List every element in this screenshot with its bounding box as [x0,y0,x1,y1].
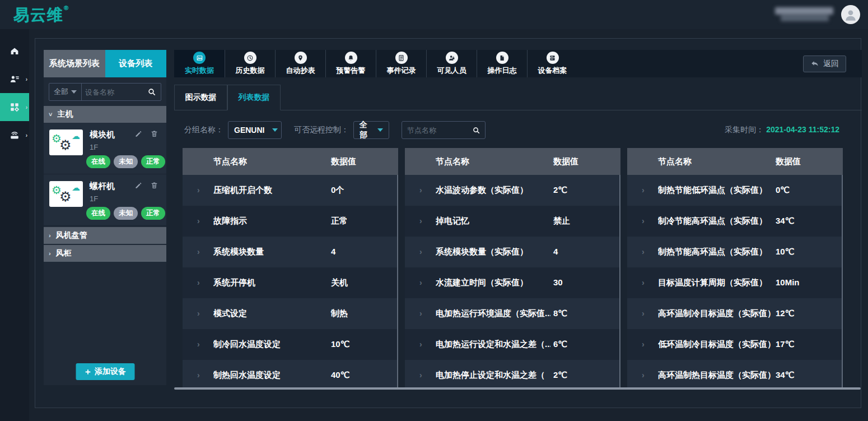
alarm-bell-icon [345,52,357,64]
event-record-icon [395,52,408,64]
group-name-select[interactable]: GENUNI [228,121,282,139]
device-card[interactable]: ⚙⚙☁螺杆机1F在线未知正常 [44,174,166,226]
content-container: 系统场景列表设备列表 全部 ˅主机⚙⚙☁模块机1F在线未知正常⚙⚙☁螺杆机1F在… [35,38,861,408]
table-row[interactable]: ›低环温制冷目标温度（实际值）17℃ [627,329,843,360]
sidebar-item-gateway[interactable]: › [0,121,29,149]
table-row[interactable]: ›电加热停止设定和水温之差（2℃ [405,360,620,387]
data-nav-tabs: 实时数据历史数据自动抄表预警告警事件记录可见人员操作日志设备档案 返回 [174,50,862,77]
search-icon[interactable] [468,126,485,135]
vertical-scrollbar[interactable] [619,175,620,387]
node-name: 模式设定 [213,308,328,319]
nav-tab-realtime-data[interactable]: 实时数据 [174,50,225,77]
column-header-node-name: 节点名称 [658,156,692,167]
chevron-right-icon: › [197,186,200,195]
node-name: 压缩机开启个数 [213,185,328,196]
main-area: 实时数据历史数据自动抄表预警告警事件记录可见人员操作日志设备档案 返回 图示数据… [174,50,862,397]
chevron-right-icon: › [642,247,645,256]
device-group-header[interactable]: ›风柜 [44,245,166,262]
nav-tab-label: 历史数据 [236,66,265,76]
device-group-name: 风柜 [56,248,72,258]
table-row[interactable]: ›模式设定制热 [183,298,398,329]
search-icon[interactable] [143,87,161,96]
chevron-right-icon: › [419,309,422,318]
device-search-bar: 全部 [49,83,161,101]
chevron-right-icon: › [642,340,645,349]
table-row[interactable]: ›制冷节能高环温点（实际值）34℃ [627,206,843,237]
subtab-chart-data[interactable]: 图示数据 [174,85,227,110]
column-header-node-name: 节点名称 [213,156,247,167]
node-name: 水温波动参数（实际值） [436,185,550,196]
sidebar-item-users[interactable]: › [0,65,29,93]
vertical-scrollbar[interactable] [842,175,843,387]
node-data-table: 节点名称数据值›水温波动参数（实际值）2℃›掉电记忆禁止›系统模块数量（实际值）… [405,148,620,387]
realtime-data-icon [193,52,206,64]
device-panel-tab[interactable]: 设备列表 [105,50,167,77]
visible-person-icon [446,52,458,64]
device-group-header[interactable]: ›风机盘管 [44,227,166,244]
device-panel: 全部 ˅主机⚙⚙☁模块机1F在线未知正常⚙⚙☁螺杆机1F在线未知正常›风机盘管›… [44,77,166,385]
trash-icon[interactable] [150,181,158,189]
chevron-right-icon: › [419,247,422,256]
table-row[interactable]: ›水流建立时间（实际值）30 [405,267,620,298]
nav-tab-history-data[interactable]: 历史数据 [225,50,275,77]
status-badge: 在线 [86,155,110,168]
group-name-label: 分组名称： [184,125,223,135]
device-floor: 1F [90,143,98,151]
back-button[interactable]: 返回 [803,55,846,72]
edit-pencil-icon[interactable] [134,181,143,189]
device-panel-tab[interactable]: 系统场景列表 [44,50,105,77]
device-filter-dropdown[interactable]: 全部 [49,84,82,100]
collect-time: 采集时间： 2021-04-23 11:52:12 [725,125,862,135]
remote-control-select[interactable]: 全部 [353,121,389,139]
sidebar-item-devices-grid[interactable]: › [0,93,29,121]
table-row[interactable]: ›制热节能高环温点（实际值）10℃ [627,237,843,267]
table-row[interactable]: ›制热回水温度设定40℃ [183,360,398,387]
column-header-data-value: 数据值 [331,156,356,167]
chevron-right-icon: › [642,371,645,380]
device-group-header[interactable]: ˅主机 [44,106,166,123]
sidebar-item-home[interactable] [0,37,29,65]
horizontal-scrollbar[interactable] [174,387,861,390]
table-row[interactable]: ›目标温度计算周期（实际值）10Min [627,267,843,298]
chevron-right-icon: › [642,309,645,318]
table-row[interactable]: ›系统开停机关机 [183,267,398,298]
node-value: 34℃ [776,370,795,380]
table-row[interactable]: ›水温波动参数（实际值）2℃ [405,175,620,206]
table-row[interactable]: ›系统模块数量（实际值）4 [405,237,620,267]
devices-grid-icon [10,102,20,112]
nav-tab-label: 操作日志 [488,66,517,76]
nav-tab-visible-person[interactable]: 可见人员 [426,50,477,77]
table-row[interactable]: ›高环温制热目标温度（实际值）34℃ [627,360,843,387]
table-row[interactable]: ›掉电记忆禁止 [405,206,620,237]
nav-tab-event-record[interactable]: 事件记录 [376,50,426,77]
vertical-scrollbar[interactable] [397,175,398,387]
avatar[interactable] [841,5,860,24]
device-name-search-input[interactable] [82,88,143,96]
users-icon [10,74,20,84]
trash-icon[interactable] [150,129,158,138]
node-name: 制冷回水温度设定 [213,339,328,350]
table-row[interactable]: ›电加热运行环境温度（实际值...8℃ [405,298,620,329]
table-row[interactable]: ›制冷回水温度设定10℃ [183,329,398,360]
status-badge: 未知 [114,155,138,168]
nav-tab-alarm-bell[interactable]: 预警告警 [325,50,376,77]
edit-pencil-icon[interactable] [134,129,143,138]
subtab-list-data[interactable]: 列表数据 [227,85,281,110]
device-card[interactable]: ⚙⚙☁模块机1F在线未知正常 [44,123,166,174]
user-account[interactable] [775,4,860,25]
add-device-button[interactable]: 添加设备 [76,363,134,380]
nav-tab-auto-meter[interactable]: 自动抄表 [275,50,325,77]
table-row[interactable]: ›制热节能低环温点（实际值）0℃ [627,175,843,206]
status-badge: 正常 [141,207,165,220]
nav-tab-operation-log[interactable]: 操作日志 [477,50,527,77]
table-row[interactable]: ›故障指示正常 [183,206,398,237]
nav-tab-device-archive[interactable]: 设备档案 [527,50,577,77]
table-row[interactable]: ›高环温制冷目标温度（实际值）12℃ [627,298,843,329]
table-row[interactable]: ›系统模块数量4 [183,237,398,267]
brand-logo: 易云维® [13,4,69,26]
chevron-right-icon: › [419,186,422,195]
table-row[interactable]: ›电加热运行设定和水温之差（...6℃ [405,329,620,360]
filter-bar: 分组名称： GENUNI 可否远程控制： 全部 采集时间： 2021-04-23… [184,121,862,139]
table-row[interactable]: ›压缩机开启个数0个 [183,175,398,206]
node-name-search-input[interactable] [402,126,468,135]
